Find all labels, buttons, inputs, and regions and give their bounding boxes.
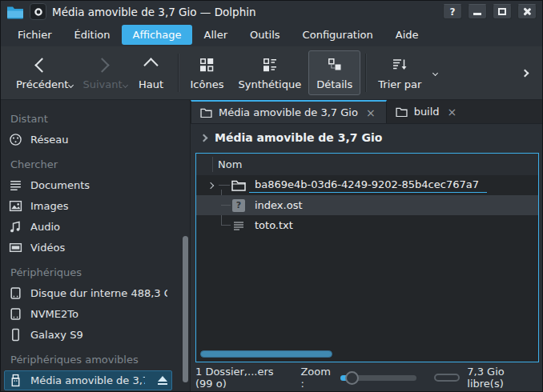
file-name[interactable]: index.ost [255,199,303,211]
tabbar-empty-area [467,100,542,123]
close-button[interactable] [517,4,537,19]
expand-arrow-icon[interactable] [207,182,214,188]
tab-media-amovible[interactable]: Média amovible de 3,7 Gio × [191,100,387,123]
details-view-icon [326,56,344,74]
tree-line [221,205,231,206]
status-summary: 1 Dossier,...ers (99 o) [195,366,293,390]
file-name[interactable]: ba869e4b-03d6-4249-9202-85b4cec767a7 [249,178,487,193]
menu-aller[interactable]: Aller [194,25,238,45]
eject-button[interactable] [158,376,167,385]
sidebar-item-galaxy-s9[interactable]: Galaxy S9 [4,325,172,345]
dolphin-window: Média amovible de 3,7 Gio — Dolphin ? Fi… [0,0,543,392]
network-icon [9,133,22,146]
toolbar-separator [178,54,179,92]
status-bar: 1 Dossier,...ers (99 o) Zoom : 7,3 Gio l… [191,364,542,391]
content: Distant Réseau Chercher Documents Images [1,100,542,391]
sidebar-item-label: Galaxy S9 [30,329,167,341]
folder-icon [231,180,246,191]
back-button[interactable]: Précédent [9,51,75,94]
forward-label: Suivant [82,78,122,90]
image-icon [9,199,22,213]
back-label: Précédent [16,78,68,90]
menu-aide[interactable]: Aide [385,25,429,45]
up-label: Haut [139,78,163,90]
horizontal-scrollbar[interactable] [200,350,332,358]
file-row-folder[interactable]: ba869e4b-03d6-4249-9202-85b4cec767a7 [196,175,538,195]
sidebar-item-documents[interactable]: Documents [4,175,172,195]
sidebar-item-media-amovible[interactable]: Média amovible de 3,7 … [4,370,172,390]
music-note-icon [9,220,22,234]
icons-view-icon [198,56,215,74]
section-header-peripheriques-amovibles: Périphériques amovibles [1,346,190,370]
up-button[interactable]: Haut [130,51,173,94]
sort-by-button[interactable]: Trier par [371,51,428,94]
phone-icon [9,328,22,342]
sidebar-item-audio[interactable]: Audio [4,217,172,237]
compact-view-label: Synthétique [238,78,301,90]
section-header-peripheriques: Périphériques [1,258,190,282]
column-header-nom[interactable]: Nom [218,158,242,170]
menu-configuration[interactable]: Configuration [292,25,384,45]
breadcrumb-location[interactable]: Média amovible de 3,7 Gio [215,131,382,144]
forward-dropdown-icon [122,82,127,88]
tab-label: build [414,106,440,118]
window-badge-icon[interactable] [30,3,46,20]
titlebar: Média amovible de 3,7 Gio — Dolphin ? [1,1,542,22]
usb-stick-icon [9,374,22,387]
menu-edition[interactable]: Édition [64,25,121,45]
minimize-icon [473,9,481,15]
sidebar-item-label: Images [30,200,167,212]
menu-outils[interactable]: Outils [239,25,291,45]
eject-icon [158,376,167,382]
sidebar-item-nvme2to[interactable]: NVME2To [4,304,172,324]
sidebar-scrollbar[interactable] [183,236,188,382]
compact-view-button[interactable]: Synthétique [231,51,308,94]
free-space-bar [434,374,460,382]
column-header-row: Nom [196,154,538,175]
tab-label: Média amovible de 3,7 Gio [219,106,358,118]
menu-fichier[interactable]: Fichier [7,25,62,45]
free-space-label: 7,3 Gio libre(s) [467,366,534,390]
file-rows: ba869e4b-03d6-4249-9202-85b4cec767a7 ? i… [196,175,538,235]
breadcrumb-chevron-icon[interactable] [200,134,208,142]
sidebar-item-videos[interactable]: Vidéos [4,238,172,258]
sidebar-item-label: Audio [30,221,167,233]
tree-line [219,185,230,186]
sidebar-item-label: Disque dur interne 488,3 G… [30,287,167,299]
tab-bar: Média amovible de 3,7 Gio × build × [191,100,542,124]
tab-close-icon[interactable]: × [364,107,377,118]
breadcrumb: Média amovible de 3,7 Gio [191,124,542,151]
sidebar-item-images[interactable]: Images [4,196,172,216]
file-view[interactable]: Nom ba869e4b-03d6-4249-9202-85b4cec767a7 [195,153,539,362]
maximize-button[interactable] [493,4,512,19]
toolbar-overflow-button[interactable] [516,64,534,82]
minimize-button[interactable] [468,4,487,19]
sort-dropdown-icon[interactable] [432,70,438,75]
view-container: Nom ba869e4b-03d6-4249-9202-85b4cec767a7 [191,151,542,364]
file-name[interactable]: toto.txt [255,219,293,231]
sidebar-item-label: Vidéos [30,242,167,254]
file-row-toto-txt[interactable]: toto.txt [196,215,538,235]
zoom-slider-handle[interactable] [345,371,359,385]
details-view-button[interactable]: Détails [308,50,360,95]
back-icon [35,58,50,72]
sidebar-item-reseau[interactable]: Réseau [4,130,172,150]
icons-view-button[interactable]: Icônes [183,51,231,94]
sidebar-item-disque-dur[interactable]: Disque dur interne 488,3 G… [4,283,172,303]
tab-build[interactable]: build × [387,100,468,123]
sidebar-item-label: Réseau [30,134,167,146]
dolphin-folder-icon [6,5,24,19]
help-button[interactable]: ? [443,4,462,19]
tab-close-icon[interactable]: × [446,106,459,118]
hard-drive-icon [9,286,22,300]
toolbar: Précédent Suivant Haut Icônes [1,46,542,100]
file-row-index-ost[interactable]: ? index.ost [196,195,538,215]
zoom-slider[interactable] [340,375,417,381]
compact-view-icon [261,56,279,74]
menu-affichage[interactable]: Affichage [122,25,191,45]
unknown-file-icon: ? [231,199,246,212]
forward-button[interactable]: Suivant [75,51,129,94]
text-file-icon [231,219,246,232]
overflow-chevron-icon [521,69,529,77]
window-title: Média amovible de 3,7 Gio — Dolphin [52,6,256,18]
